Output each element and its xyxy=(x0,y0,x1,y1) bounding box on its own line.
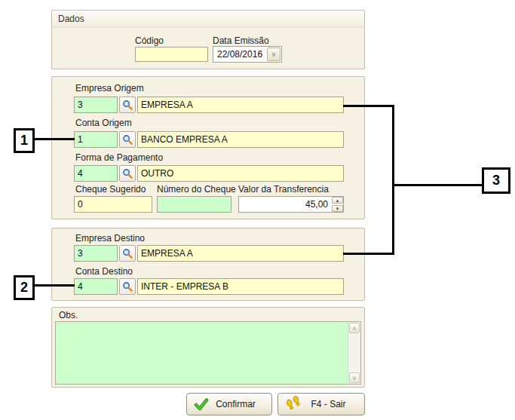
obs-label: Obs. xyxy=(59,310,78,320)
data-emissao-label: Data Emissão xyxy=(213,35,269,46)
spin-down-icon: ▼ xyxy=(336,207,340,211)
empresa-origem-code-input[interactable] xyxy=(74,97,118,113)
search-icon xyxy=(122,134,133,146)
callout-1-number: 1 xyxy=(20,133,28,149)
forma-pagamento-code-input[interactable] xyxy=(74,165,118,182)
empresa-destino-search-button[interactable] xyxy=(119,245,136,262)
numero-cheque-input[interactable] xyxy=(157,196,231,213)
conta-origem-code-input[interactable] xyxy=(74,131,118,148)
destino-panel: Empresa Destino Conta Destino xyxy=(51,228,365,301)
spin-up-button[interactable]: ▲ xyxy=(332,197,343,204)
callout-3-box: 3 xyxy=(482,167,510,194)
callout-3-line-top xyxy=(343,105,394,107)
callout-2-box: 2 xyxy=(14,275,35,300)
obs-memo-wrap: ∧ ∨ xyxy=(55,321,361,385)
empresa-origem-name-input[interactable] xyxy=(137,97,344,113)
exit-button[interactable]: F4 - Sair xyxy=(277,393,365,415)
valor-spinner: ▲ ▼ xyxy=(332,197,343,212)
valor-transferencia-spinedit: ▲ ▼ xyxy=(238,196,344,213)
search-icon xyxy=(122,168,133,179)
callout-2-number: 2 xyxy=(20,280,28,296)
data-emissao-combo[interactable]: 22/08/2016 ∨ xyxy=(213,46,282,63)
spin-down-button[interactable]: ▼ xyxy=(332,205,343,212)
conta-destino-search-button[interactable] xyxy=(119,278,136,295)
codigo-input[interactable] xyxy=(135,47,208,62)
confirm-button[interactable]: Confirmar xyxy=(186,393,272,415)
search-icon xyxy=(122,100,133,111)
valor-transferencia-input[interactable] xyxy=(238,196,344,213)
conta-destino-label: Conta Destino xyxy=(75,266,133,277)
exit-button-label: F4 - Sair xyxy=(302,399,364,409)
conta-destino-name-input[interactable] xyxy=(137,278,344,295)
callout-2-line xyxy=(35,284,75,287)
callout-3-number: 3 xyxy=(492,173,500,189)
callout-3-line-middle xyxy=(394,184,482,186)
dados-title: Dados xyxy=(58,14,84,24)
origem-panel: Empresa Origem Conta Origem Forma de Pag… xyxy=(51,76,365,219)
footsteps-icon xyxy=(285,396,302,412)
cheque-sugerido-input[interactable] xyxy=(74,196,152,213)
conta-origem-name-input[interactable] xyxy=(137,131,344,148)
search-icon xyxy=(122,248,133,259)
conta-origem-search-button[interactable] xyxy=(119,131,136,148)
empresa-destino-code-input[interactable] xyxy=(74,245,118,262)
data-emissao-value: 22/08/2016 xyxy=(217,47,262,62)
search-icon xyxy=(122,281,133,293)
valor-transferencia-label: Valor da Transferencia xyxy=(238,184,329,195)
obs-scrollbar[interactable]: ∧ ∨ xyxy=(348,322,360,384)
obs-panel: Obs. ∧ ∨ xyxy=(51,307,365,388)
numero-cheque-label: Número do Cheque xyxy=(157,184,236,195)
data-emissao-dropdown-button[interactable]: ∨ xyxy=(267,48,280,61)
callout-3-line-bottom xyxy=(343,253,394,255)
forma-pagamento-search-button[interactable] xyxy=(119,165,136,182)
codigo-label: Código xyxy=(135,35,164,46)
empresa-destino-label: Empresa Destino xyxy=(75,233,145,244)
callout-3-line-vertical xyxy=(392,105,394,255)
check-icon xyxy=(194,398,209,411)
dados-panel: Dados Código Data Emissão 22/08/2016 ∨ xyxy=(51,10,365,69)
obs-textarea[interactable] xyxy=(56,322,348,384)
transfer-form: Dados Código Data Emissão 22/08/2016 ∨ E… xyxy=(0,0,515,420)
scroll-up-button[interactable]: ∧ xyxy=(349,323,360,333)
spin-up-icon: ▲ xyxy=(336,198,340,203)
dados-panel-caption: Dados xyxy=(52,11,364,27)
callout-1-line xyxy=(35,138,75,140)
scroll-up-icon: ∧ xyxy=(352,325,357,332)
chevron-down-icon: ∨ xyxy=(271,51,277,58)
cheque-sugerido-label: Cheque Sugerido xyxy=(75,184,146,195)
empresa-origem-search-button[interactable] xyxy=(119,97,136,113)
empresa-origem-label: Empresa Origem xyxy=(75,83,144,94)
confirm-button-label: Confirmar xyxy=(209,399,271,409)
conta-destino-code-input[interactable] xyxy=(74,278,118,295)
scroll-down-icon: ∨ xyxy=(352,375,357,382)
forma-pagamento-name-input[interactable] xyxy=(137,165,344,182)
callout-1-box: 1 xyxy=(14,128,35,153)
conta-origem-label: Conta Origem xyxy=(75,118,132,128)
forma-pagamento-label: Forma de Pagamento xyxy=(75,152,163,163)
scroll-down-button[interactable]: ∨ xyxy=(349,372,360,383)
empresa-destino-name-input[interactable] xyxy=(137,245,344,262)
